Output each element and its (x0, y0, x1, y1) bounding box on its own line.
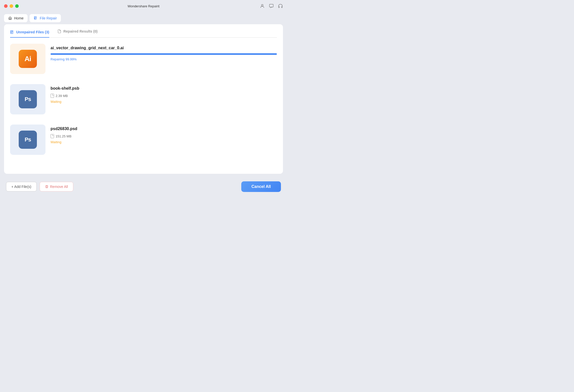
ps2-status: Waiting (51, 140, 277, 144)
title-bar: Wondershare Repairit (0, 0, 287, 12)
ai-status: Repairing 99.99% (51, 57, 277, 61)
home-icon (8, 16, 12, 20)
repaired-tab-label: Repaired Results (0) (63, 29, 98, 33)
ps2-file-size: 151.25 MB (56, 134, 71, 138)
home-tab-label: Home (14, 16, 23, 20)
file-icon-ai-container: Ai (10, 44, 45, 74)
ps2-file-icon: Ps (19, 131, 37, 149)
headphone-icon[interactable] (278, 4, 283, 9)
unrepaired-tab[interactable]: Unrepaired Files (3) (10, 29, 49, 38)
add-files-button[interactable]: + Add File(s) (6, 182, 37, 191)
chat-icon[interactable] (269, 4, 274, 9)
ps1-file-meta: 2.39 MB (51, 94, 277, 98)
cancel-all-button[interactable]: Cancel All (241, 181, 281, 192)
ps1-icon-text: Ps (25, 96, 31, 103)
maximize-button[interactable] (15, 4, 19, 8)
ps2-file-meta: 151.25 MB (51, 134, 277, 138)
ps1-status: Waiting (51, 100, 277, 104)
trash-icon (45, 185, 49, 188)
file-small-icon (51, 134, 54, 138)
file-item: Ai ai_vector_drawing_grid_next_car_0.ai … (10, 44, 277, 76)
main-content: Unrepaired Files (3) Repaired Results (0… (4, 24, 283, 174)
ai-file-name: ai_vector_drawing_grid_next_car_0.ai (51, 46, 277, 50)
minimize-button[interactable] (10, 4, 13, 8)
title-bar-icons (260, 4, 283, 9)
progress-bar-container (51, 53, 277, 55)
svg-rect-2 (279, 7, 279, 8)
traffic-lights (4, 4, 19, 8)
unrepaired-icon (10, 30, 14, 34)
ps1-file-size: 2.39 MB (56, 94, 68, 98)
ai-file-icon: Ai (19, 50, 37, 68)
file-info-ps2: psd26830.psd 151.25 MB Waiting (51, 125, 277, 144)
ai-icon-text: Ai (25, 55, 31, 63)
ps1-file-icon: Ps (19, 90, 37, 108)
home-tab[interactable]: Home (4, 14, 28, 22)
file-repair-tab-label: File Repair (40, 16, 57, 20)
file-small-icon (51, 94, 54, 98)
file-item: Ps book-shelf.psb 2.39 MB Waiting (10, 84, 277, 116)
svg-point-0 (261, 4, 263, 6)
bottom-left-buttons: + Add File(s) Remove All (6, 182, 73, 191)
repaired-tab[interactable]: Repaired Results (0) (57, 29, 98, 34)
unrepaired-tab-label: Unrepaired Files (3) (16, 30, 49, 34)
progress-bar-fill (51, 53, 277, 55)
file-item: Ps psd26830.psd 151.25 MB Waiting (10, 125, 277, 157)
nav-tabs: Home File Repair (0, 12, 287, 24)
file-info-ps1: book-shelf.psb 2.39 MB Waiting (51, 84, 277, 104)
ps2-file-name: psd26830.psd (51, 127, 277, 131)
remove-all-button[interactable]: Remove All (40, 182, 73, 191)
bottom-bar: + Add File(s) Remove All Cancel All (0, 177, 287, 196)
user-icon[interactable] (260, 4, 265, 9)
svg-rect-3 (281, 7, 282, 8)
file-info-ai: ai_vector_drawing_grid_next_car_0.ai Rep… (51, 44, 277, 61)
file-repair-tab[interactable]: File Repair (30, 14, 61, 22)
svg-rect-1 (270, 4, 273, 7)
file-icon-ps2-container: Ps (10, 125, 45, 155)
app-title: Wondershare Repairit (128, 4, 159, 8)
sub-tabs: Unrepaired Files (3) Repaired Results (0… (10, 29, 277, 38)
file-repair-icon (34, 16, 38, 20)
file-icon-ps1-container: Ps (10, 84, 45, 114)
close-button[interactable] (4, 4, 8, 8)
ps2-icon-text: Ps (25, 136, 31, 143)
ps1-file-name: book-shelf.psb (51, 86, 277, 91)
repaired-icon (57, 29, 61, 33)
remove-all-label: Remove All (50, 185, 68, 189)
